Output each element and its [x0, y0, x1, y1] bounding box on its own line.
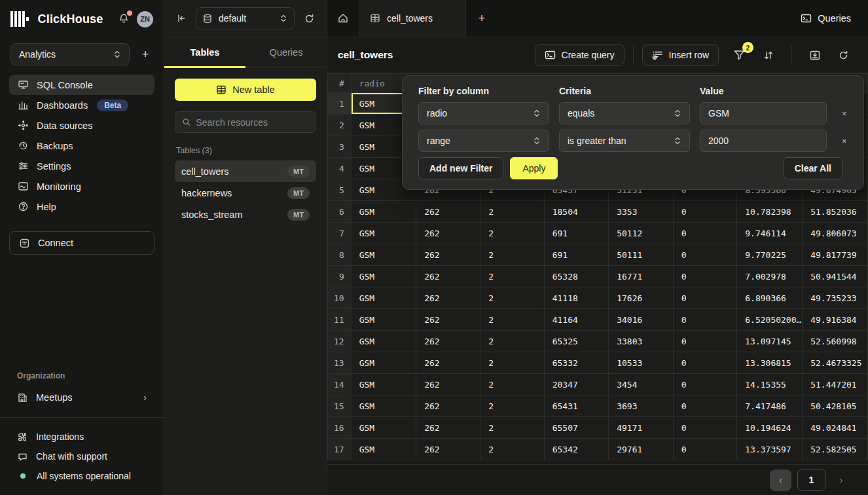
next-page-button[interactable]: › — [831, 469, 851, 491]
grid-cell[interactable]: 3454 — [609, 374, 674, 395]
grid-cell[interactable]: GSM — [351, 331, 416, 352]
grid-cell[interactable]: 50112 — [609, 223, 674, 244]
grid-cell[interactable]: 65328 — [544, 266, 609, 287]
grid-cell[interactable]: 13.373597 — [737, 439, 803, 460]
grid-cell[interactable]: 51.852036 — [803, 201, 868, 223]
grid-cell[interactable]: 49.806073 — [803, 223, 868, 244]
grid-cell[interactable]: 51.447201 — [803, 374, 868, 395]
grid-cell[interactable]: 65342 — [544, 439, 609, 460]
grid-cell[interactable]: 262 — [416, 417, 480, 439]
grid-cell[interactable]: 2 — [480, 439, 545, 460]
new-tab-button[interactable]: + — [466, 0, 497, 37]
sidebar-item-data-sources[interactable]: Data sources — [9, 115, 154, 136]
grid-cell[interactable]: GSM — [351, 417, 416, 439]
filter-criteria-select[interactable]: equals — [559, 102, 690, 124]
filter-criteria-select[interactable]: is greater than — [559, 130, 690, 152]
grid-cell[interactable]: 0 — [673, 309, 737, 331]
current-page-button[interactable]: 1 — [797, 469, 825, 491]
filter-column-select[interactable]: radio — [418, 102, 549, 124]
grid-cell[interactable]: 10.782398 — [737, 201, 803, 223]
grid-cell[interactable]: GSM — [351, 244, 416, 266]
grid-cell[interactable]: GSM — [351, 287, 416, 309]
tab-queries[interactable]: Queries — [245, 37, 327, 67]
grid-cell[interactable]: GSM — [351, 223, 416, 244]
grid-cell[interactable]: 262 — [416, 352, 480, 374]
grid-cell[interactable]: 49.735233 — [803, 287, 868, 309]
grid-cell[interactable]: 29761 — [609, 439, 674, 460]
home-icon[interactable] — [327, 0, 359, 37]
grid-cell[interactable]: GSM — [351, 374, 416, 395]
filter-value-input[interactable]: 2000 — [700, 130, 827, 152]
grid-cell[interactable]: 691 — [544, 223, 609, 244]
grid-cell[interactable]: 0 — [673, 439, 737, 460]
add-workspace-button[interactable]: + — [137, 46, 153, 62]
grid-cell[interactable]: 17626 — [609, 287, 674, 309]
grid-cell[interactable]: GSM — [351, 201, 416, 223]
apply-filters-button[interactable]: Apply — [510, 157, 558, 179]
notifications-bell-icon[interactable] — [117, 12, 132, 26]
grid-cell[interactable]: 2 — [480, 201, 545, 223]
grid-cell[interactable]: 9.770225 — [737, 244, 803, 266]
grid-cell[interactable]: 262 — [416, 244, 480, 266]
sidebar-item-settings[interactable]: Settings — [9, 156, 154, 176]
grid-cell[interactable]: GSM — [351, 352, 416, 374]
remove-filter-icon[interactable]: × — [837, 106, 852, 121]
grid-cell[interactable]: 262 — [416, 395, 480, 417]
filter-icon[interactable]: 2 — [729, 45, 750, 65]
grid-cell[interactable]: 0 — [673, 331, 737, 352]
grid-cell[interactable]: 65431 — [544, 395, 609, 417]
grid-cell[interactable]: 262 — [416, 331, 480, 352]
connect-button[interactable]: Connect — [9, 231, 154, 255]
queries-button[interactable]: Queries — [784, 0, 868, 37]
grid-cell[interactable]: 7.002978 — [737, 266, 803, 287]
grid-cell[interactable]: 2 — [480, 395, 545, 417]
remove-filter-icon[interactable]: × — [837, 134, 852, 149]
sidebar-item-monitoring[interactable]: Monitoring — [9, 176, 154, 196]
tab-cell-towers[interactable]: cell_towers — [359, 0, 466, 37]
grid-cell[interactable]: 262 — [416, 287, 480, 309]
collapse-left-icon[interactable] — [173, 10, 189, 26]
grid-cell[interactable]: 34016 — [609, 309, 674, 331]
grid-cell[interactable]: 33803 — [609, 331, 674, 352]
grid-cell[interactable]: 10.194624 — [737, 417, 803, 439]
grid-cell[interactable]: 0 — [673, 244, 737, 266]
grid-cell[interactable]: 2 — [480, 266, 545, 287]
grid-cell[interactable]: 0 — [673, 266, 737, 287]
grid-cell[interactable]: 2 — [480, 417, 545, 439]
grid-cell[interactable]: 41164 — [544, 309, 609, 331]
sidebar-item-integrations[interactable]: Integrations — [9, 427, 154, 447]
sidebar-item-help[interactable]: Help — [9, 196, 154, 217]
new-table-button[interactable]: New table — [175, 79, 316, 101]
grid-cell[interactable]: 3353 — [609, 201, 674, 223]
grid-cell[interactable]: 2 — [480, 287, 545, 309]
create-query-button[interactable]: Create query — [535, 44, 624, 66]
table-item-hackernews[interactable]: hackernewsMT — [175, 182, 316, 204]
grid-cell[interactable]: 2 — [480, 309, 545, 331]
sidebar-item-sql-console[interactable]: SQL Console — [9, 75, 154, 95]
grid-cell[interactable]: 50.941544 — [803, 266, 868, 287]
insert-row-button[interactable]: Insert row — [642, 44, 719, 66]
grid-cell[interactable]: 0 — [673, 201, 737, 223]
filter-column-select[interactable]: range — [418, 130, 549, 152]
grid-cell[interactable]: GSM — [351, 395, 416, 417]
grid-cell[interactable]: 262 — [416, 374, 480, 395]
avatar[interactable]: ZN — [137, 11, 153, 28]
grid-cell[interactable]: 50.428105 — [803, 395, 868, 417]
grid-cell[interactable]: 49.024841 — [803, 417, 868, 439]
refresh-table-icon[interactable] — [834, 46, 853, 65]
grid-cell[interactable]: 2 — [480, 223, 545, 244]
grid-cell[interactable]: GSM — [351, 309, 416, 331]
grid-cell[interactable]: 6.52050200… — [737, 309, 803, 331]
workspace-selector[interactable]: Analytics — [10, 43, 130, 65]
grid-cell[interactable]: 0 — [673, 287, 737, 309]
grid-cell[interactable]: 0 — [673, 395, 737, 417]
grid-cell[interactable]: 7.417486 — [737, 395, 803, 417]
grid-cell[interactable]: 10533 — [609, 352, 674, 374]
sidebar-item-meetups[interactable]: Meetups › — [9, 387, 154, 408]
grid-cell[interactable]: 52.560998 — [803, 331, 868, 352]
add-new-filter-button[interactable]: Add new Filter — [418, 157, 503, 179]
refresh-resources-icon[interactable] — [301, 10, 317, 27]
sidebar-item-dashboards[interactable]: DashboardsBeta — [9, 95, 154, 115]
grid-cell[interactable]: 262 — [416, 266, 480, 287]
grid-cell[interactable]: 2 — [480, 331, 545, 352]
